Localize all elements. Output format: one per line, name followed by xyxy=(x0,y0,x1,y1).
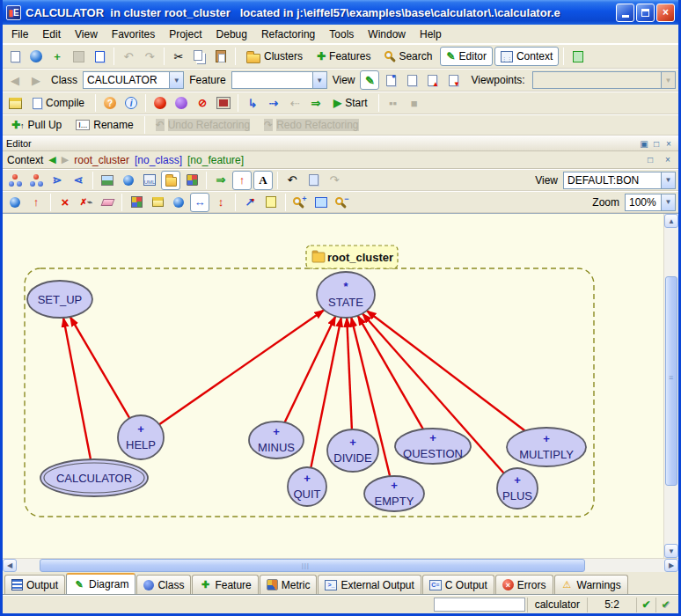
client-links-icon[interactable]: ⋖ xyxy=(69,171,88,190)
compile-button[interactable]: Compile xyxy=(26,93,91,113)
labels-toggle-icon[interactable]: A xyxy=(253,171,273,190)
context-feature[interactable]: [no_feature] xyxy=(187,154,244,166)
menu-view[interactable]: View xyxy=(68,26,105,42)
paste-icon[interactable] xyxy=(211,47,231,66)
info-icon[interactable]: i xyxy=(121,93,141,113)
class-tree-icon[interactable] xyxy=(5,171,25,190)
step-out-icon[interactable]: ⇠ xyxy=(285,93,304,113)
horizontal-scrollbar[interactable]: ◀ ▶ xyxy=(3,558,678,572)
add-note-icon[interactable] xyxy=(261,193,281,212)
force-layout-icon[interactable]: ⇒ xyxy=(211,171,231,190)
color-settings-icon[interactable] xyxy=(127,193,146,212)
text-view-icon[interactable]: ✎ xyxy=(360,70,379,90)
run-to-cursor-icon[interactable]: ⇒ xyxy=(306,93,326,113)
tab-errors[interactable]: ×Errors xyxy=(495,575,553,594)
vertical-scroll-thumb[interactable] xyxy=(665,276,677,486)
diagram-redo-icon[interactable]: ↷ xyxy=(325,171,344,190)
class-node-divide[interactable]: +DIVIDE xyxy=(327,429,378,472)
zoom-in-icon[interactable]: + xyxy=(290,193,310,212)
tab-external-output[interactable]: >_External Output xyxy=(318,575,421,594)
class-node-plus[interactable]: +PLUS xyxy=(497,468,538,509)
tab-warnings[interactable]: ⚠Warnings xyxy=(554,575,628,594)
status-input[interactable] xyxy=(434,598,525,612)
menu-debug[interactable]: Debug xyxy=(209,26,254,42)
fit-width-icon[interactable]: ↔ xyxy=(190,193,209,212)
inheritance-arrow-divide-to-state[interactable] xyxy=(347,318,352,429)
context-cluster[interactable]: root_cluster xyxy=(74,154,129,166)
maximize-button[interactable] xyxy=(636,4,655,22)
title-bar[interactable]: ▮E CALCULATOR in cluster root_cluster lo… xyxy=(3,0,678,25)
rotate-icon[interactable] xyxy=(148,193,167,212)
rename-button[interactable]: I...Rename xyxy=(70,115,139,135)
chevron-down-icon[interactable]: ▼ xyxy=(661,194,675,210)
sort-icon[interactable]: ↕ xyxy=(211,193,231,212)
pull-up-button[interactable]: ✚↑Pull Up xyxy=(5,115,68,135)
history-back-icon[interactable]: ◀ xyxy=(5,70,25,90)
undo-icon[interactable]: ↶ xyxy=(119,47,138,66)
zoom-out-icon[interactable]: − xyxy=(333,193,352,212)
class-node-quit[interactable]: +QUIT xyxy=(288,467,326,506)
class-view-icon[interactable] xyxy=(182,171,201,190)
step-into-icon[interactable]: ↳ xyxy=(243,93,262,113)
context-class[interactable]: [no_class] xyxy=(135,154,182,166)
redo-icon[interactable]: ↷ xyxy=(140,47,159,66)
context-forward-icon[interactable]: ▶ xyxy=(62,154,69,165)
debug-run-icon[interactable] xyxy=(150,93,170,113)
feature-combo[interactable]: ▼ xyxy=(231,71,327,89)
class-node-set_up[interactable]: SET_UP xyxy=(27,281,92,318)
debug-stop-icon[interactable]: ⊘ xyxy=(193,93,212,113)
class-combo[interactable]: CALCULATOR▼ xyxy=(83,71,184,89)
tab-metric[interactable]: Metric xyxy=(260,575,318,594)
tab-output[interactable]: Output xyxy=(4,575,65,594)
maximize-pane-icon[interactable]: □ xyxy=(644,154,656,165)
undock-icon[interactable]: ▣ xyxy=(638,138,650,150)
diagram-undo-icon[interactable]: ↶ xyxy=(282,171,302,190)
tab-class[interactable]: Class xyxy=(136,575,191,594)
external-editor-icon[interactable] xyxy=(568,47,588,66)
project-settings-icon[interactable] xyxy=(5,93,25,113)
menu-help[interactable]: Help xyxy=(413,26,449,42)
undo-refactoring-button[interactable]: ↶Undo Refactoring xyxy=(150,115,256,135)
eraser-icon[interactable] xyxy=(98,193,117,212)
open-icon[interactable] xyxy=(26,47,46,66)
new-window-icon[interactable]: + xyxy=(48,47,67,66)
chevron-down-icon[interactable]: ▼ xyxy=(661,172,675,188)
tab-c-output[interactable]: C≡C Output xyxy=(422,575,494,594)
class-node-calculator[interactable]: CALCULATOR xyxy=(40,459,148,496)
scroll-left-icon[interactable]: ◀ xyxy=(3,559,17,572)
class-node-minus[interactable]: +MINUS xyxy=(249,422,304,458)
scroll-up-icon[interactable]: ▲ xyxy=(664,214,678,228)
menu-project[interactable]: Project xyxy=(162,26,209,42)
close-pane-icon[interactable]: × xyxy=(662,154,674,165)
chevron-down-icon[interactable]: ▼ xyxy=(312,72,326,88)
debug-screen-icon[interactable] xyxy=(214,93,233,113)
chevron-down-icon[interactable]: ▼ xyxy=(169,72,183,88)
minimize-button[interactable] xyxy=(616,4,634,22)
copy-icon[interactable] xyxy=(190,47,209,66)
inheritance-arrow-help-to-state[interactable] xyxy=(159,310,324,424)
supplier-links-icon[interactable]: ⋗ xyxy=(48,171,67,190)
zoom-selection-icon[interactable] xyxy=(169,193,188,212)
new-inheritance-icon[interactable]: ↑ xyxy=(26,193,46,212)
zoom-fit-icon[interactable] xyxy=(311,193,331,212)
pause-icon[interactable]: ▪▪ xyxy=(384,93,403,113)
clusters-button[interactable]: Clusters xyxy=(240,47,309,66)
diagram-canvas[interactable]: root_clusterSET_UP*STATE+HELPCALCULATOR+… xyxy=(3,214,663,558)
contract-view-icon[interactable]: ▲ xyxy=(423,70,443,90)
cluster-view-icon[interactable] xyxy=(161,171,180,190)
start-button[interactable]: ▶Start xyxy=(327,93,374,113)
class-node-multiply[interactable]: +MULTIPLY xyxy=(507,428,586,466)
menu-refactoring[interactable]: Refactoring xyxy=(254,26,322,42)
vertical-scrollbar[interactable]: ▲ ▼ xyxy=(663,214,678,558)
cluster-tree-icon[interactable] xyxy=(26,171,46,190)
cluster-tag[interactable]: root_cluster xyxy=(306,246,398,268)
export-image-icon[interactable] xyxy=(98,171,117,190)
stop-icon[interactable]: ■ xyxy=(405,93,424,113)
zoom-combo[interactable]: 100%▼ xyxy=(625,194,676,211)
context-back-icon[interactable]: ◀ xyxy=(48,154,55,165)
menu-file[interactable]: File xyxy=(4,26,35,42)
redo-refactoring-button[interactable]: ↷Redo Refactoring xyxy=(258,115,364,135)
anchor-delete-icon[interactable]: ✗⌁ xyxy=(77,193,96,212)
link-tool-icon[interactable]: ↗● xyxy=(240,193,260,212)
interface-view-icon[interactable]: ▼ xyxy=(444,70,464,90)
